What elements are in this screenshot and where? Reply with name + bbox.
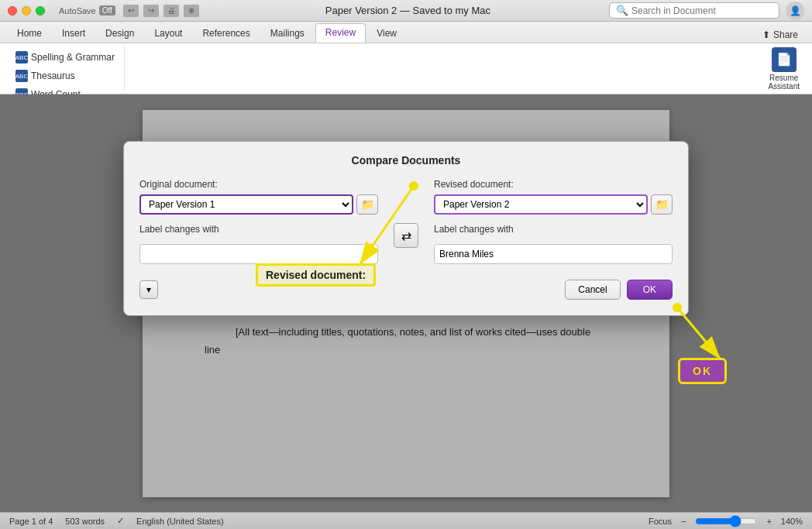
- revised-doc-col: Revised document: Paper Version 2 📁 Labe…: [434, 179, 673, 264]
- resume-assistant-area: 📄 Resume Assistant: [762, 46, 806, 91]
- label-changes-label-2: Label changes with: [434, 224, 673, 235]
- zoom-in-icon[interactable]: +: [766, 517, 771, 526]
- more-options-button[interactable]: ▾: [139, 280, 158, 299]
- ok-button[interactable]: OK: [627, 280, 673, 300]
- revised-doc-select[interactable]: Paper Version 2: [434, 194, 648, 215]
- revised-browse-button[interactable]: 📁: [651, 194, 673, 215]
- focus-button[interactable]: Focus: [649, 517, 672, 526]
- swap-area: ⇄: [394, 223, 418, 248]
- tab-insert[interactable]: Insert: [53, 25, 95, 43]
- thesaurus-button[interactable]: ABC Thesaurus: [12, 68, 78, 84]
- original-doc-label: Original document:: [139, 179, 378, 190]
- tab-layout[interactable]: Layout: [145, 25, 191, 43]
- divider-col: ⇄: [394, 179, 418, 264]
- action-buttons: Cancel OK: [565, 280, 673, 300]
- tab-references[interactable]: References: [193, 25, 259, 43]
- status-bar-right: Focus − + 140%: [649, 515, 803, 527]
- autosave-indicator: AutoSave Off: [59, 5, 115, 15]
- spelling-icon: ABC: [15, 51, 28, 64]
- tab-view[interactable]: View: [367, 25, 406, 43]
- cancel-button[interactable]: Cancel: [565, 280, 620, 300]
- page-count: Page 1 of 4: [9, 517, 53, 526]
- word-count-status: 503 words: [65, 517, 105, 526]
- document-title: Paper Version 2 — Saved to my Mac: [207, 5, 609, 16]
- share-icon: ⬆: [762, 29, 770, 40]
- close-button[interactable]: [8, 6, 17, 15]
- proofing-group: ABC Spelling & Grammar ABC Thesaurus ABC…: [6, 46, 125, 91]
- minimize-button[interactable]: [22, 6, 31, 15]
- ribbon-content: ABC Spelling & Grammar ABC Thesaurus ABC…: [0, 43, 812, 94]
- resume-icon: 📄: [772, 47, 797, 72]
- document-area[interactable]: [Course Number] [Date] [Research papers …: [0, 94, 812, 512]
- search-bar[interactable]: 🔍: [609, 2, 779, 19]
- main-area: [Course Number] [Date] [Research papers …: [0, 94, 812, 512]
- revised-doc-label: Revised document:: [434, 179, 673, 190]
- customize-icon[interactable]: ⊕: [184, 5, 199, 17]
- maximize-button[interactable]: [36, 6, 45, 15]
- toolbar-icons: ↩ ↪ 🖨 ⊕: [123, 5, 199, 17]
- status-bar: Page 1 of 4 503 words ✓ English (United …: [0, 512, 812, 529]
- tab-review[interactable]: Review: [315, 23, 366, 43]
- zoom-out-icon[interactable]: −: [681, 517, 686, 526]
- revised-doc-input-row: Paper Version 2 📁: [434, 194, 673, 215]
- zoom-level: 140%: [781, 517, 803, 526]
- original-doc-select[interactable]: Paper Version 1: [139, 194, 353, 215]
- language-indicator: English (United States): [136, 517, 224, 526]
- share-button[interactable]: ⬆ Share: [756, 27, 804, 43]
- print-icon[interactable]: 🖨: [163, 5, 179, 17]
- undo-icon[interactable]: ↩: [123, 5, 139, 17]
- tab-home[interactable]: Home: [8, 25, 51, 43]
- redo-icon[interactable]: ↪: [143, 5, 159, 17]
- search-icon: 🔍: [616, 5, 628, 16]
- spelling-grammar-button[interactable]: ABC Spelling & Grammar: [12, 50, 118, 65]
- swap-button[interactable]: ⇄: [394, 223, 418, 248]
- resume-assistant-button[interactable]: 📄 Resume Assistant: [762, 44, 806, 94]
- modal-overlay: Compare Documents Original document: Pap…: [0, 94, 812, 512]
- title-bar: AutoSave Off ↩ ↪ 🖨 ⊕ Paper Version 2 — S…: [0, 0, 812, 22]
- original-doc-input-row: Paper Version 1 📁: [139, 194, 378, 215]
- ribbon-tabs: Home Insert Design Layout References Mai…: [0, 22, 812, 43]
- original-browse-button[interactable]: 📁: [356, 194, 378, 215]
- spell-check-icon: ✓: [117, 516, 124, 526]
- modal-body: Original document: Paper Version 1 📁 Lab…: [139, 179, 673, 264]
- label-changes-label-1: Label changes with: [139, 224, 378, 235]
- tab-design[interactable]: Design: [96, 25, 143, 43]
- user-avatar[interactable]: 👤: [786, 2, 804, 20]
- compare-documents-dialog: Compare Documents Original document: Pap…: [123, 141, 689, 316]
- label-changes-input-2[interactable]: [434, 244, 673, 264]
- thesaurus-icon: ABC: [15, 70, 28, 82]
- modal-footer: ▾ Cancel OK: [139, 280, 673, 300]
- label-changes-input-1[interactable]: [139, 244, 378, 264]
- tab-mailings[interactable]: Mailings: [261, 25, 314, 43]
- search-input[interactable]: [631, 5, 763, 16]
- zoom-slider[interactable]: [695, 515, 757, 527]
- original-doc-col: Original document: Paper Version 1 📁 Lab…: [139, 179, 378, 264]
- traffic-lights: [8, 6, 45, 15]
- modal-title: Compare Documents: [139, 154, 673, 167]
